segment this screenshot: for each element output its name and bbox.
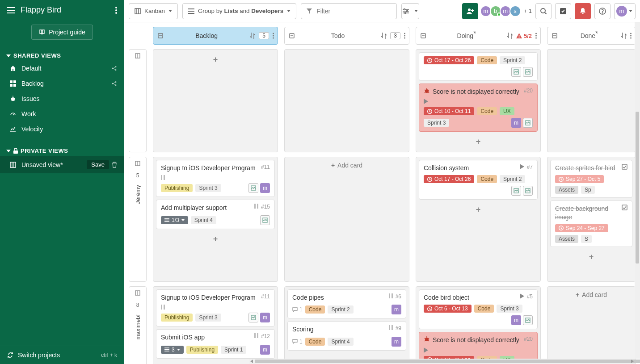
assignee-avatar[interactable]: m bbox=[260, 345, 270, 355]
assignee-avatar[interactable]: m bbox=[392, 305, 401, 314]
kanban-card[interactable]: Scoring#91CodeSprint 4m bbox=[287, 321, 406, 350]
assignee-avatar[interactable] bbox=[248, 183, 258, 193]
tag-sprint[interactable]: Sprint 3 bbox=[497, 305, 522, 313]
collapse-icon[interactable] bbox=[421, 33, 426, 38]
kanban-card[interactable]: Add multiplayer support#151/3Sprint 4 bbox=[156, 200, 275, 229]
kanban-cell[interactable]: Create sprites for birdSep 27 - Oct 5Ass… bbox=[547, 157, 636, 282]
assignee-avatar[interactable]: m bbox=[392, 337, 401, 347]
kanban-cell[interactable]: Signup to iOS Developer Program#11Publis… bbox=[153, 286, 278, 364]
column-header-backlog[interactable]: Backlog 5 bbox=[153, 27, 278, 45]
tag-code[interactable]: Code bbox=[477, 107, 497, 115]
view-mode-dropdown[interactable]: Kanban bbox=[129, 3, 178, 19]
kebab-icon[interactable] bbox=[115, 7, 117, 14]
add-card-button[interactable]: + bbox=[419, 134, 538, 149]
save-view-button[interactable]: Save bbox=[87, 160, 109, 169]
group-by-dropdown[interactable]: Group by Lists and Developers bbox=[182, 3, 296, 19]
kanban-card[interactable]: Score is not displayed correctly#20Oct 1… bbox=[419, 84, 538, 132]
kanban-cell[interactable]: +Add card bbox=[547, 286, 636, 364]
kanban-card[interactable]: Create sprites for birdSep 27 - Oct 5Ass… bbox=[550, 160, 632, 198]
help-button[interactable] bbox=[594, 3, 611, 19]
notifications-button[interactable] bbox=[575, 3, 591, 19]
tag-pub[interactable]: Publishing bbox=[161, 314, 193, 322]
tag-ux[interactable]: UX bbox=[500, 107, 514, 115]
swimlane-header[interactable] bbox=[129, 49, 147, 152]
kanban-cell[interactable]: Oct 17 - Oct 26CodeSprint 2Score is not … bbox=[416, 49, 541, 152]
assignee-avatar[interactable]: m bbox=[511, 315, 521, 325]
tag-sprint[interactable]: Sprint 4 bbox=[328, 338, 353, 346]
sidebar-item-unsaved-view[interactable]: Unsaved view* Save bbox=[0, 156, 124, 173]
assignee-avatar[interactable]: m bbox=[260, 183, 270, 193]
kanban-cell[interactable]: +Add card bbox=[284, 157, 409, 282]
tag-sprint[interactable]: Sprint 3 bbox=[424, 119, 449, 127]
kanban-card[interactable]: Create background imageSep 24 - Sep 27As… bbox=[550, 201, 632, 247]
tag-date[interactable]: Oct 10 - Oct 11 bbox=[424, 107, 474, 115]
kanban-card[interactable]: Code pipes#61CodeSprint 2m bbox=[287, 289, 406, 318]
tag-code[interactable]: Code bbox=[477, 56, 497, 64]
tag-code[interactable]: Code bbox=[474, 305, 494, 313]
kanban-cell[interactable] bbox=[547, 49, 636, 152]
sidebar-item-issues[interactable]: Issues bbox=[0, 91, 124, 106]
add-card-button[interactable]: +Add card bbox=[550, 289, 632, 300]
sort-icon[interactable] bbox=[507, 33, 513, 39]
filter-field[interactable] bbox=[316, 8, 391, 15]
kebab-icon[interactable] bbox=[535, 33, 537, 39]
horizontal-scrollbar[interactable] bbox=[249, 359, 635, 364]
tag-date[interactable]: Oct 17 - Oct 26 bbox=[424, 175, 474, 183]
sidebar-item-default[interactable]: Default bbox=[0, 61, 124, 76]
tag-sprint[interactable]: S bbox=[581, 235, 592, 243]
search-button[interactable] bbox=[535, 3, 552, 19]
column-header-done[interactable]: Done* bbox=[547, 27, 636, 45]
tag-sprint[interactable]: Sprint 3 bbox=[195, 314, 221, 322]
tag-sprint[interactable]: Sprint 2 bbox=[500, 56, 525, 64]
tag-pub[interactable]: Publishing bbox=[186, 346, 218, 354]
tag-sprint[interactable]: Sprint 1 bbox=[221, 346, 246, 354]
swimlane-header[interactable]: 8maximebf bbox=[129, 286, 147, 364]
kanban-cell[interactable] bbox=[284, 49, 409, 152]
tag-sprint[interactable]: Sprint 3 bbox=[195, 184, 221, 192]
collapse-icon[interactable] bbox=[552, 33, 557, 38]
add-card-button[interactable]: + bbox=[156, 52, 275, 67]
project-guide-button[interactable]: Project guide bbox=[31, 25, 93, 40]
assignee-avatar[interactable] bbox=[523, 118, 533, 128]
add-card-button[interactable]: + bbox=[419, 202, 538, 217]
tag-assets[interactable]: Assets bbox=[555, 186, 578, 194]
user-menu[interactable]: m bbox=[614, 3, 636, 19]
hamburger-icon[interactable] bbox=[7, 7, 15, 13]
tag-datepk[interactable]: Sep 27 - Oct 5 bbox=[555, 175, 604, 183]
presence-avatars[interactable]: m b m s + 1 bbox=[482, 5, 532, 17]
assignee-avatar[interactable] bbox=[248, 313, 258, 322]
assignee-avatar[interactable]: m bbox=[260, 313, 270, 322]
tag-date[interactable]: Oct 6 - Oct 13 bbox=[424, 305, 472, 313]
tag-pub[interactable]: Publishing bbox=[161, 184, 193, 192]
add-card-button[interactable]: + bbox=[156, 232, 275, 247]
kanban-cell[interactable]: + bbox=[153, 49, 278, 152]
sidebar-item-velocity[interactable]: Velocity bbox=[0, 121, 124, 137]
tag-code[interactable]: Code bbox=[305, 305, 325, 314]
sort-icon[interactable] bbox=[250, 33, 255, 39]
tag-date[interactable]: Oct 17 - Oct 26 bbox=[424, 56, 474, 64]
assignee-avatar[interactable] bbox=[523, 67, 533, 77]
trash-icon[interactable] bbox=[112, 162, 117, 168]
sidebar-item-backlog[interactable]: Backlog bbox=[0, 76, 124, 91]
kanban-cell[interactable]: Code bird object#5Oct 6 - Oct 13CodeSpri… bbox=[416, 286, 541, 364]
shared-views-header[interactable]: SHARED VIEWS bbox=[0, 48, 124, 61]
filter-input[interactable] bbox=[301, 3, 397, 19]
swimlane-header[interactable]: 5Jérémy bbox=[129, 157, 147, 282]
kanban-cell[interactable]: Code pipes#61CodeSprint 2mScoring#91Code… bbox=[284, 286, 409, 364]
sort-icon[interactable] bbox=[381, 33, 387, 39]
kanban-cell[interactable]: Signup to iOS Developer Program#11Publis… bbox=[153, 157, 278, 282]
add-user-button[interactable] bbox=[462, 3, 478, 19]
kanban-card[interactable]: Signup to iOS Developer Program#11Publis… bbox=[156, 160, 275, 197]
assignee-avatar[interactable] bbox=[523, 186, 533, 196]
tag-sprint[interactable]: Sprint 2 bbox=[500, 175, 525, 183]
assignee-avatar[interactable] bbox=[260, 215, 270, 225]
assignee-avatar[interactable] bbox=[523, 315, 533, 325]
tag-counter[interactable]: 3 bbox=[161, 346, 184, 354]
collapse-icon[interactable] bbox=[289, 33, 295, 38]
kanban-card[interactable]: Collision system#7Oct 17 - Oct 26CodeSpr… bbox=[419, 160, 538, 200]
column-header-doing[interactable]: Doing* 5/2 bbox=[416, 27, 541, 45]
column-header-todo[interactable]: Todo 3 bbox=[284, 27, 409, 45]
tag-code[interactable]: Code bbox=[305, 338, 325, 346]
add-card-button[interactable]: +Add card bbox=[287, 160, 406, 171]
tag-code[interactable]: Code bbox=[477, 175, 497, 183]
